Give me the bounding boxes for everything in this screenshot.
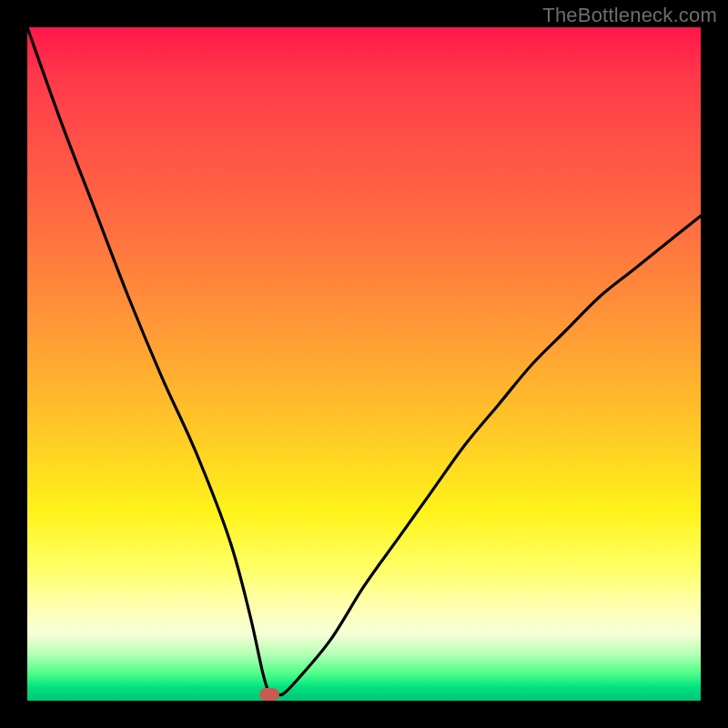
optimal-point-marker bbox=[259, 688, 279, 701]
watermark-text: TheBottleneck.com bbox=[542, 4, 717, 27]
plot-area bbox=[27, 27, 701, 701]
bottleneck-curve bbox=[27, 27, 701, 701]
chart-frame: TheBottleneck.com bbox=[0, 0, 728, 728]
